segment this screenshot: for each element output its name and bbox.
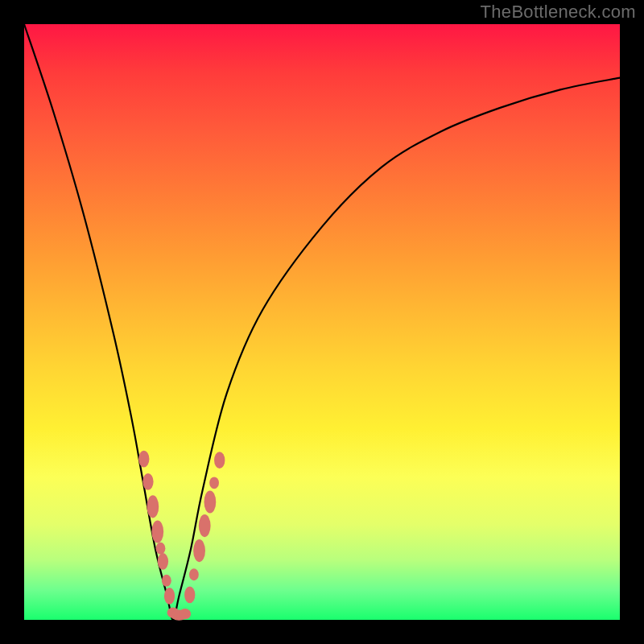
marker-point (179, 609, 191, 619)
marker-point (147, 495, 159, 518)
marker-point (193, 539, 205, 562)
marker-point (199, 514, 211, 537)
marker-point (214, 452, 225, 469)
plot-area (24, 24, 620, 620)
chart-frame: TheBottleneck.com (0, 0, 644, 644)
marker-point (138, 451, 149, 468)
highlighted-points (138, 451, 225, 621)
marker-point (184, 587, 195, 604)
marker-point (209, 477, 219, 489)
marker-point (151, 520, 163, 543)
watermark-text: TheBottleneck.com (481, 2, 636, 23)
marker-point (158, 553, 168, 570)
marker-point (156, 543, 166, 555)
marker-point (164, 588, 175, 605)
marker-point (189, 568, 199, 580)
bottleneck-curve (24, 24, 620, 620)
marker-point (142, 473, 153, 490)
chart-svg (24, 24, 620, 620)
marker-point (204, 490, 216, 513)
marker-point (162, 575, 171, 587)
